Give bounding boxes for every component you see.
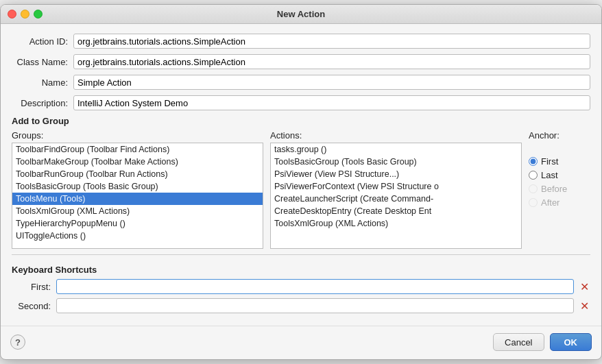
class-name-row: Class Name: [12,54,590,69]
action-list-item[interactable]: CreateDesktopEntry (Create Desktop Ent [271,205,521,217]
dialog-title: New Action [277,9,325,19]
groups-column: Groups: ToolbarFindGroup (Toolbar Find A… [12,130,263,249]
anchor-radio-after [529,198,538,207]
group-list-item[interactable]: ToolbarFindGroup (Toolbar Find Actions) [12,143,263,156]
name-row: Name: [12,75,590,90]
anchor-option-first[interactable]: First [529,156,590,167]
action-id-row: Action ID: [12,34,590,49]
second-shortcut-clear-button[interactable]: ✕ [578,300,590,312]
dialog-body: Action ID: Class Name: Name: Description… [1,24,601,326]
add-to-group-label: Add to Group [12,116,590,126]
action-list-item[interactable]: PsiViewerForContext (View PSI Structure … [271,180,521,193]
anchor-radio-first[interactable] [529,157,538,166]
window-controls [8,10,43,19]
new-action-dialog: New Action Action ID: Class Name: Name: … [0,4,602,360]
action-list-item[interactable]: ToolsBasicGroup (Tools Basic Group) [271,156,521,168]
group-list-item[interactable]: UIToggleActions () [12,230,263,242]
anchor-option-after: After [529,197,590,208]
anchor-radio-before [529,184,538,193]
anchor-label-last: Last [541,170,558,180]
anchor-label-first: First [541,156,558,167]
actions-column: Actions: tasks.group ()ToolsBasicGroup (… [270,130,522,249]
close-button[interactable] [8,10,16,19]
anchor-radio-last[interactable] [529,171,538,180]
groups-list[interactable]: ToolbarFindGroup (Toolbar Find Actions)T… [12,143,263,249]
second-shortcut-input[interactable] [56,298,574,313]
name-label: Name: [12,77,73,88]
anchor-options: FirstLastBeforeAfter [529,156,590,208]
class-name-input[interactable] [73,54,590,69]
anchor-label-after: After [541,197,559,208]
first-shortcut-input[interactable] [56,279,574,294]
ok-button[interactable]: OK [550,333,592,351]
first-shortcut-clear-button[interactable]: ✕ [578,280,590,293]
action-list-item[interactable]: tasks.group () [271,143,521,156]
title-bar: New Action [1,5,601,24]
group-list-item[interactable]: ToolsXmlGroup (XML Actions) [12,205,263,217]
keyboard-shortcuts-section: Keyboard Shortcuts First: ✕ Second: ✕ [12,254,590,313]
description-input[interactable] [73,95,590,110]
second-shortcut-label: Second: [12,301,56,311]
action-id-input[interactable] [73,34,590,49]
action-list-item[interactable]: CreateLauncherScript (Create Command- [271,193,521,205]
minimize-button[interactable] [21,10,29,19]
cancel-button[interactable]: Cancel [493,333,544,351]
actions-list[interactable]: tasks.group ()ToolsBasicGroup (Tools Bas… [270,143,522,249]
group-list-item[interactable]: TypeHierarchyPopupMenu () [12,217,263,230]
description-label: Description: [12,98,73,108]
anchor-header: Anchor: [529,130,590,141]
bottom-bar: ? Cancel OK [1,326,601,359]
group-list-item[interactable]: ToolbarRunGroup (Toolbar Run Actions) [12,168,263,180]
group-list-item[interactable]: ToolsBasicGroup (Tools Basic Group) [12,180,263,193]
keyboard-shortcuts-label: Keyboard Shortcuts [12,265,590,275]
actions-header: Actions: [270,130,522,141]
anchor-option-last[interactable]: Last [529,170,590,180]
description-row: Description: [12,95,590,110]
help-button[interactable]: ? [10,335,25,350]
action-list-item[interactable]: ToolsXmlGroup (XML Actions) [271,217,521,230]
groups-header: Groups: [12,130,263,141]
action-list-item[interactable]: PsiViewer (View PSI Structure...) [271,168,521,180]
action-buttons: Cancel OK [493,333,592,351]
first-shortcut-label: First: [12,282,56,292]
action-id-label: Action ID: [12,36,73,47]
group-list-item[interactable]: ToolbarMakeGroup (Toolbar Make Actions) [12,156,263,168]
anchor-column: Anchor: FirstLastBeforeAfter [529,130,590,249]
second-shortcut-row: Second: ✕ [12,298,590,313]
name-input[interactable] [73,75,590,90]
class-name-label: Class Name: [12,57,73,67]
first-shortcut-row: First: ✕ [12,279,590,294]
groups-actions-anchor-row: Groups: ToolbarFindGroup (Toolbar Find A… [12,130,590,249]
maximize-button[interactable] [34,10,43,19]
anchor-option-before: Before [529,184,590,194]
anchor-label-before: Before [541,184,567,194]
group-list-item[interactable]: ToolsMenu (Tools) [12,193,263,205]
